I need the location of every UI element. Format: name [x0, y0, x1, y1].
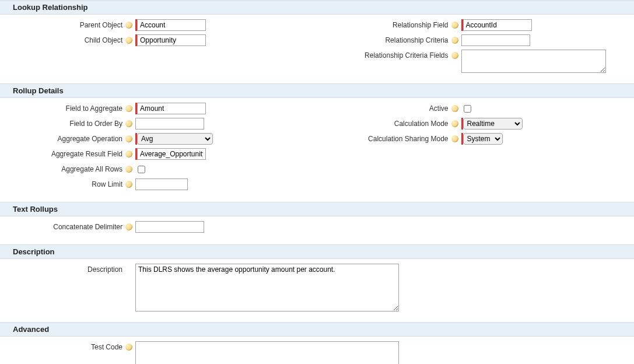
help-icon[interactable] — [125, 120, 133, 128]
help-icon[interactable] — [125, 36, 133, 44]
label-active: Active — [317, 103, 451, 113]
section-description-header: Description — [0, 244, 634, 259]
label-row-limit: Row Limit — [0, 178, 125, 188]
field-to-order-by-input[interactable] — [135, 118, 204, 130]
section-text-header: Text Rollups — [0, 202, 634, 216]
help-icon[interactable] — [451, 120, 459, 128]
label-relationship-field: Relationship Field — [317, 19, 451, 29]
help-icon[interactable] — [125, 165, 133, 173]
help-icon[interactable] — [125, 104, 133, 113]
child-object-input[interactable] — [137, 34, 206, 46]
help-icon[interactable] — [451, 104, 459, 113]
aggregate-all-rows-checkbox[interactable] — [138, 166, 145, 173]
help-icon[interactable] — [451, 135, 459, 143]
help-icon[interactable] — [125, 135, 133, 143]
section-lookup-header: Lookup Relationship — [0, 0, 634, 15]
parent-object-input[interactable] — [137, 19, 206, 31]
row-limit-input[interactable] — [135, 178, 188, 190]
label-parent-object: Parent Object — [0, 19, 125, 29]
help-icon[interactable] — [125, 223, 133, 231]
label-calculation-sharing-mode: Calculation Sharing Mode — [317, 133, 451, 143]
help-icon[interactable] — [125, 343, 133, 351]
help-icon[interactable] — [125, 180, 133, 188]
field-to-aggregate-input[interactable] — [137, 103, 206, 114]
label-test-code: Test Code — [0, 341, 125, 351]
description-textarea[interactable]: This DLRS shows the average opportunity … — [135, 264, 399, 312]
help-icon[interactable] — [125, 150, 133, 158]
label-child-object: Child Object — [0, 34, 125, 44]
aggregate-result-field-input[interactable] — [137, 148, 206, 160]
label-description: Description — [0, 264, 125, 274]
label-aggregate-result-field: Aggregate Result Field — [0, 148, 125, 158]
active-checkbox[interactable] — [464, 105, 471, 113]
help-icon[interactable] — [451, 36, 459, 44]
help-icon[interactable] — [125, 21, 133, 29]
label-concatenate-delimiter: Concatenate Delimiter — [0, 221, 125, 231]
calculation-sharing-mode-select[interactable]: System — [463, 133, 503, 145]
label-relationship-criteria: Relationship Criteria — [317, 34, 451, 44]
help-icon[interactable] — [451, 51, 459, 60]
relationship-field-input[interactable] — [463, 19, 532, 31]
section-rollup-header: Rollup Details — [0, 83, 634, 98]
calculation-mode-select[interactable]: Realtime — [463, 118, 523, 130]
label-calculation-mode: Calculation Mode — [317, 118, 451, 128]
label-field-to-order-by: Field to Order By — [0, 118, 125, 128]
aggregate-operation-select[interactable]: Avg — [137, 133, 213, 145]
label-field-to-aggregate: Field to Aggregate — [0, 103, 125, 113]
test-code-textarea[interactable] — [135, 341, 399, 364]
relationship-criteria-fields-textarea[interactable] — [461, 50, 606, 73]
concatenate-delimiter-input[interactable] — [135, 221, 204, 233]
label-relationship-criteria-fields: Relationship Criteria Fields — [317, 50, 451, 60]
label-aggregate-operation: Aggregate Operation — [0, 133, 125, 143]
label-aggregate-all-rows: Aggregate All Rows — [0, 163, 125, 173]
help-icon[interactable] — [451, 21, 459, 29]
section-advanced-header: Advanced — [0, 322, 634, 337]
relationship-criteria-input[interactable] — [461, 34, 530, 46]
